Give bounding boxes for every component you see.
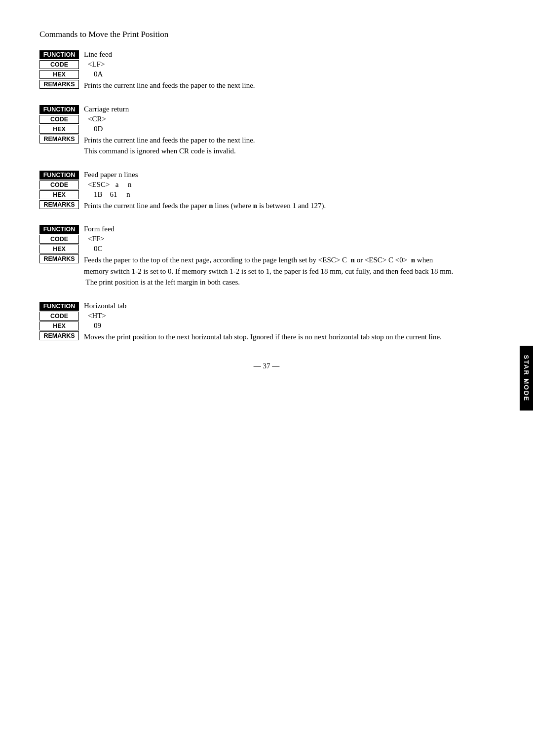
function-value: Feed paper n lines <box>84 171 138 179</box>
code-label: CODE <box>39 312 79 321</box>
hex-value: 1B 61 n <box>84 190 130 199</box>
command-horizontal-tab: FUNCTION Horizontal tab CODE <HT> HEX 09… <box>39 302 494 343</box>
hex-label: HEX <box>39 322 79 330</box>
function-label: FUNCTION <box>39 302 79 311</box>
function-label: FUNCTION <box>39 171 79 180</box>
command-carriage-return: FUNCTION Carriage return CODE <CR> HEX 0… <box>39 105 494 157</box>
remarks-value: Prints the current line and feeds the pa… <box>84 80 255 91</box>
page-title: Commands to Move the Print Position <box>39 30 494 39</box>
code-value: <CR> <box>84 115 106 123</box>
remarks-value: Moves the print position to the next hor… <box>84 331 442 343</box>
code-label: CODE <box>39 235 79 244</box>
code-label: CODE <box>39 115 79 124</box>
hex-value: 0C <box>84 245 103 253</box>
function-label: FUNCTION <box>39 50 79 59</box>
function-value: Carriage return <box>84 105 129 113</box>
code-value: <ESC> a n <box>84 180 132 189</box>
remarks-label: REMARKS <box>39 135 79 144</box>
hex-value: 0D <box>84 125 103 133</box>
star-mode-tab: STAR MODE <box>520 346 533 410</box>
command-feed-paper-n: FUNCTION Feed paper n lines CODE <ESC> a… <box>39 171 494 212</box>
code-value: <HT> <box>84 312 106 320</box>
remarks-value: Prints the current line and feeds the pa… <box>84 135 255 157</box>
function-value: Line feed <box>84 50 112 59</box>
command-form-feed: FUNCTION Form feed CODE <FF> HEX 0C REMA… <box>39 225 494 288</box>
code-label: CODE <box>39 180 79 189</box>
function-label: FUNCTION <box>39 225 79 234</box>
hex-label: HEX <box>39 125 79 134</box>
page-number: — 37 — <box>39 362 494 370</box>
remarks-value: Prints the current line and feeds the pa… <box>84 200 326 212</box>
remarks-label: REMARKS <box>39 331 79 340</box>
code-label: CODE <box>39 60 79 69</box>
hex-label: HEX <box>39 70 79 79</box>
hex-label: HEX <box>39 245 79 253</box>
function-label: FUNCTION <box>39 105 79 114</box>
function-value: Horizontal tab <box>84 302 126 310</box>
remarks-label: REMARKS <box>39 200 79 209</box>
hex-label: HEX <box>39 190 79 199</box>
remarks-label: REMARKS <box>39 254 79 263</box>
code-value: <FF> <box>84 235 105 243</box>
command-line-feed: FUNCTION Line feed CODE <LF> HEX 0A REMA… <box>39 50 494 91</box>
hex-value: 09 <box>84 322 101 330</box>
code-value: <LF> <box>84 60 105 69</box>
remarks-value: Feeds the paper to the top of the next p… <box>84 254 454 288</box>
remarks-label: REMARKS <box>39 80 79 89</box>
hex-value: 0A <box>84 70 103 78</box>
function-value: Form feed <box>84 225 114 233</box>
